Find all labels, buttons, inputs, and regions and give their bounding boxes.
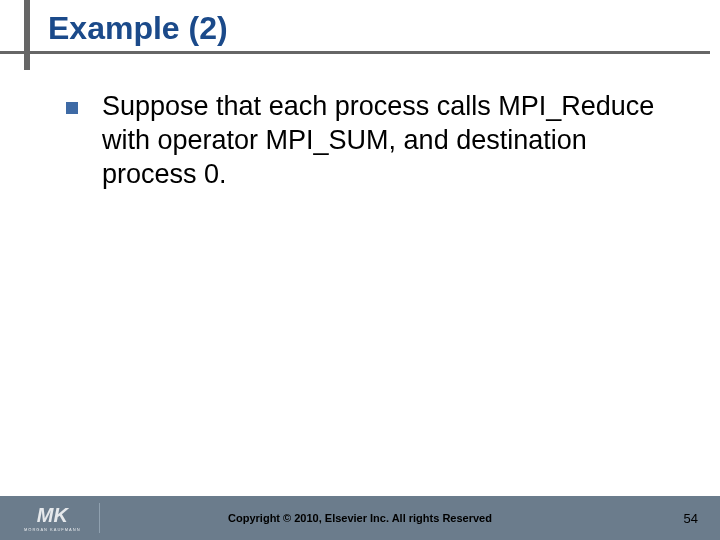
- slide-title: Example (2): [0, 10, 710, 54]
- logo-letters: MK: [37, 505, 68, 525]
- bullet-square-icon: [66, 102, 78, 114]
- footer-bar: MK MORGAN KAUFMANN Copyright © 2010, Els…: [0, 496, 720, 540]
- publisher-logo: MK MORGAN KAUFMANN: [0, 505, 93, 532]
- title-vertical-bar: [24, 0, 30, 70]
- bullet-item: Suppose that each process calls MPI_Redu…: [66, 90, 680, 191]
- page-number: 54: [684, 511, 698, 526]
- logo-subtext: MORGAN KAUFMANN: [24, 527, 81, 532]
- footer-divider: [99, 503, 100, 533]
- slide: Example (2) Suppose that each process ca…: [0, 0, 720, 540]
- title-area: Example (2): [0, 0, 720, 54]
- bullet-text: Suppose that each process calls MPI_Redu…: [102, 90, 680, 191]
- content-area: Suppose that each process calls MPI_Redu…: [0, 54, 720, 191]
- copyright-text: Copyright © 2010, Elsevier Inc. All righ…: [228, 512, 492, 524]
